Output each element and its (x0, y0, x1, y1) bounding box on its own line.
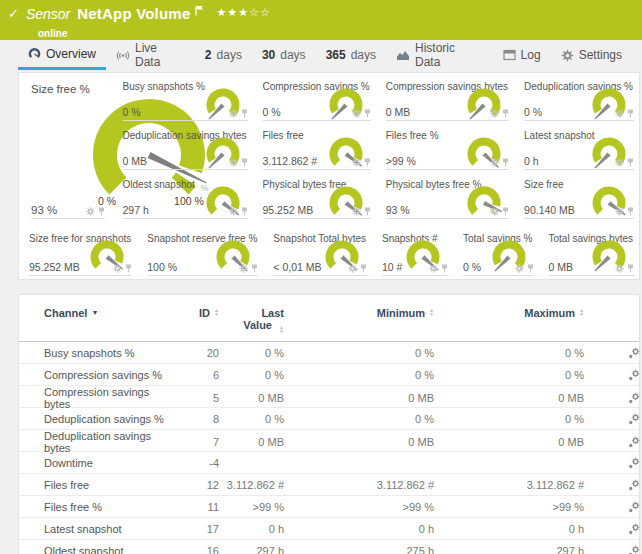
pin-icon[interactable] (364, 207, 371, 216)
channel-settings-icon[interactable] (628, 369, 640, 381)
tab-label: Log (521, 48, 541, 62)
channel-settings-icon[interactable] (628, 523, 640, 535)
table-row[interactable]: Files free % 11 >99 % >99 % >99 % (19, 496, 639, 518)
table-row[interactable]: Compression savings % 6 0 % 0 % 0 % (19, 364, 639, 386)
channel-name: Files free % (19, 501, 174, 513)
pin-icon[interactable] (627, 158, 634, 167)
gear-icon[interactable] (229, 207, 238, 216)
gauge-value: 0 MB (123, 155, 148, 167)
column-header-channel[interactable]: Channel ▼ (19, 307, 174, 319)
pin-icon[interactable] (98, 207, 105, 216)
gear-icon[interactable] (615, 109, 624, 118)
pin-icon[interactable] (627, 264, 634, 273)
gear-icon[interactable] (490, 207, 499, 216)
pin-icon[interactable] (241, 207, 248, 216)
gauge-tile: Deduplication savings bytes 0 MB (113, 124, 253, 173)
pin-icon[interactable] (360, 264, 367, 273)
gear-icon[interactable] (352, 109, 361, 118)
gauge-tile: Snapshot Total bytes < 0,01 MB (263, 227, 372, 279)
channel-last-value: 3.112.862 # (219, 479, 284, 491)
priority-stars[interactable]: ★★★☆☆ (216, 6, 270, 19)
table-row[interactable]: Files free 12 3.112.862 # 3.112.862 # 3.… (19, 474, 639, 496)
gear-icon[interactable] (615, 207, 624, 216)
table-row[interactable]: Oldest snapshot 16 297 h 275 h 297 h (19, 540, 639, 554)
tab-365-days[interactable]: 365 days (316, 40, 386, 70)
gear-icon[interactable] (615, 264, 624, 273)
gear-icon[interactable] (429, 264, 438, 273)
gauge-tile: Deduplication savings % 0 % (514, 75, 639, 124)
pin-icon[interactable] (125, 264, 132, 273)
gauge-value: 95.252 MB (29, 261, 80, 273)
tab-30-days[interactable]: 30 days (252, 40, 316, 70)
table-row[interactable]: Deduplication savings % 8 0 % 0 % 0 % (19, 408, 639, 430)
tab-2-days[interactable]: 2 days (195, 40, 252, 70)
column-header-id[interactable]: ID ▲▼ (174, 307, 219, 319)
pin-icon[interactable] (502, 158, 509, 167)
gauge-tile: Busy snapshots % 0 % (113, 75, 253, 124)
channel-name: Oldest snapshot (19, 545, 174, 554)
gauge-value: 10 # (382, 261, 402, 273)
channel-settings-icon[interactable] (628, 392, 640, 404)
channel-settings-icon[interactable] (628, 501, 640, 513)
gear-icon[interactable] (352, 158, 361, 167)
channel-settings-icon[interactable] (628, 413, 640, 425)
channel-maximum: 0 MB (434, 392, 584, 404)
gear-icon[interactable] (490, 158, 499, 167)
gauge-value: 0 MB (386, 106, 411, 118)
pin-icon[interactable] (627, 207, 634, 216)
pin-icon[interactable] (251, 264, 258, 273)
flag-icon[interactable] (195, 5, 204, 16)
pin-icon[interactable] (441, 264, 448, 273)
sort-icon: ▲▼ (279, 325, 284, 333)
channel-minimum: 0 % (284, 413, 434, 425)
tab-historic-data[interactable]: Historic Data (386, 40, 493, 70)
pin-icon[interactable] (527, 264, 534, 273)
channel-settings-icon[interactable] (628, 545, 640, 554)
gear-icon[interactable] (239, 264, 248, 273)
tab-label: Settings (579, 48, 622, 62)
gear-icon[interactable] (615, 158, 624, 167)
table-row[interactable]: Compression savings bytes 5 0 MB 0 MB 0 … (19, 386, 639, 408)
table-row[interactable]: Downtime -4 (19, 452, 639, 474)
tab-label-number: 365 (326, 48, 346, 62)
channel-name: Downtime (19, 457, 174, 469)
tab-label: days (351, 48, 376, 62)
tab-label: Live Data (135, 41, 185, 69)
tab-label: days (217, 48, 242, 62)
tab-settings[interactable]: Settings (551, 40, 632, 70)
live-data-icon (116, 49, 130, 62)
table-row[interactable]: Deduplication savings bytes 7 0 MB 0 MB … (19, 430, 639, 452)
tab-live-data[interactable]: Live Data (106, 40, 195, 70)
gear-icon[interactable] (229, 109, 238, 118)
gear-icon[interactable] (515, 264, 524, 273)
pin-icon[interactable] (364, 109, 371, 118)
column-header-maximum[interactable]: Maximum ▲▼ (434, 307, 584, 319)
table-row[interactable]: Latest snapshot 17 0 h 0 h 0 h (19, 518, 639, 540)
channel-settings-icon[interactable] (628, 347, 640, 359)
pin-icon[interactable] (241, 109, 248, 118)
gear-icon[interactable] (352, 207, 361, 216)
gauge-value: 297 h (123, 204, 149, 216)
pin-icon[interactable] (364, 158, 371, 167)
gear-icon[interactable] (113, 264, 122, 273)
channel-settings-icon[interactable] (628, 436, 640, 448)
channel-last-value: 0 MB (219, 436, 284, 448)
gear-icon[interactable] (348, 264, 357, 273)
tab-overview[interactable]: Overview (18, 40, 106, 70)
tab-log[interactable]: Log (493, 40, 551, 70)
pin-icon[interactable] (627, 109, 634, 118)
pin-icon[interactable] (502, 109, 509, 118)
column-header-last-value[interactable]: Last Value ▲▼ (219, 307, 284, 333)
gear-icon[interactable] (490, 109, 499, 118)
channel-id: 20 (174, 347, 219, 359)
channel-last-value: 0 % (219, 413, 284, 425)
pin-icon[interactable] (502, 207, 509, 216)
gear-icon[interactable] (86, 207, 95, 216)
gear-icon[interactable] (229, 158, 238, 167)
gauge-tile: Latest snapshot 0 h (514, 124, 639, 173)
channel-settings-icon[interactable] (628, 479, 640, 491)
table-row[interactable]: Busy snapshots % 20 0 % 0 % 0 % (19, 342, 639, 364)
pin-icon[interactable] (241, 158, 248, 167)
channel-settings-icon[interactable] (628, 457, 640, 469)
column-header-minimum[interactable]: Minimum ▲▼ (284, 307, 434, 319)
